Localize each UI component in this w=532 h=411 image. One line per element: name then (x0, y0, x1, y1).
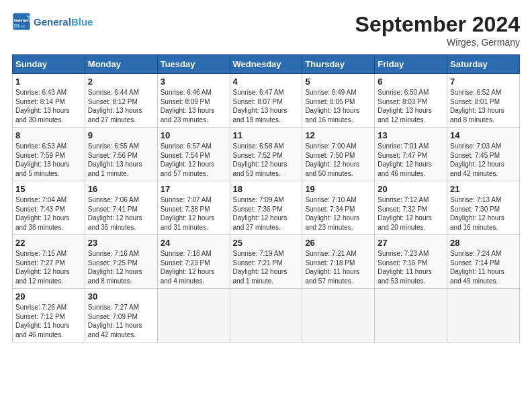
day-number: 3 (161, 77, 227, 87)
day-number: 7 (450, 77, 517, 87)
day-info: Sunrise: 7:09 AM Sunset: 7:36 PM Dayligh… (233, 195, 300, 232)
table-row: 23 Sunrise: 7:16 AM Sunset: 7:25 PM Dayl… (85, 235, 157, 289)
table-row: 25 Sunrise: 7:19 AM Sunset: 7:21 PM Dayl… (230, 235, 302, 289)
day-number: 25 (233, 238, 300, 248)
svg-text:Blue: Blue (14, 23, 26, 29)
day-info: Sunrise: 6:57 AM Sunset: 7:54 PM Dayligh… (161, 142, 227, 178)
day-info: Sunrise: 7:19 AM Sunset: 7:21 PM Dayligh… (233, 249, 300, 285)
logo: General Blue GeneralBlue (12, 12, 93, 31)
day-info: Sunrise: 7:10 AM Sunset: 7:34 PM Dayligh… (305, 195, 371, 232)
day-number: 26 (305, 238, 371, 248)
day-info: Sunrise: 7:03 AM Sunset: 7:45 PM Dayligh… (450, 142, 517, 178)
col-friday: Friday (375, 55, 447, 74)
table-row: 24 Sunrise: 7:18 AM Sunset: 7:23 PM Dayl… (157, 235, 230, 289)
day-info: Sunrise: 7:15 AM Sunset: 7:27 PM Dayligh… (15, 249, 82, 285)
calendar-week-row: 15 Sunrise: 7:04 AM Sunset: 7:43 PM Dayl… (13, 181, 520, 235)
day-number: 24 (161, 238, 227, 248)
day-info: Sunrise: 6:44 AM Sunset: 8:12 PM Dayligh… (88, 88, 154, 124)
day-info: Sunrise: 7:24 AM Sunset: 7:14 PM Dayligh… (450, 249, 517, 285)
table-row: 8 Sunrise: 6:53 AM Sunset: 7:59 PM Dayli… (13, 128, 85, 181)
table-row: 10 Sunrise: 6:57 AM Sunset: 7:54 PM Dayl… (157, 128, 230, 181)
month-title: September 2024 (355, 12, 520, 37)
table-row: 7 Sunrise: 6:52 AM Sunset: 8:01 PM Dayli… (447, 74, 520, 128)
day-number: 6 (378, 77, 444, 87)
day-info: Sunrise: 7:06 AM Sunset: 7:41 PM Dayligh… (88, 195, 154, 232)
table-row (447, 289, 520, 342)
day-number: 30 (88, 291, 154, 302)
table-row: 20 Sunrise: 7:12 AM Sunset: 7:32 PM Dayl… (375, 181, 447, 235)
day-number: 27 (378, 238, 444, 248)
col-sunday: Sunday (13, 55, 85, 74)
day-info: Sunrise: 7:21 AM Sunset: 7:18 PM Dayligh… (305, 249, 371, 285)
day-number: 29 (15, 291, 82, 302)
table-row (157, 289, 230, 342)
day-number: 17 (161, 184, 227, 194)
day-number: 21 (450, 184, 517, 194)
day-number: 8 (15, 130, 82, 140)
table-row: 9 Sunrise: 6:55 AM Sunset: 7:56 PM Dayli… (85, 128, 157, 181)
calendar-week-row: 29 Sunrise: 7:26 AM Sunset: 7:12 PM Dayl… (13, 289, 520, 342)
table-row: 2 Sunrise: 6:44 AM Sunset: 8:12 PM Dayli… (85, 74, 157, 128)
day-number: 12 (305, 130, 371, 140)
col-saturday: Saturday (447, 55, 520, 74)
day-number: 14 (450, 130, 517, 140)
calendar-week-row: 1 Sunrise: 6:43 AM Sunset: 8:14 PM Dayli… (13, 74, 520, 128)
day-number: 15 (15, 184, 82, 194)
table-row: 28 Sunrise: 7:24 AM Sunset: 7:14 PM Dayl… (447, 235, 520, 289)
table-row: 4 Sunrise: 6:47 AM Sunset: 8:07 PM Dayli… (230, 74, 302, 128)
table-row: 30 Sunrise: 7:27 AM Sunset: 7:09 PM Dayl… (85, 289, 157, 342)
table-row: 3 Sunrise: 6:46 AM Sunset: 8:09 PM Dayli… (157, 74, 230, 128)
table-row: 12 Sunrise: 7:00 AM Sunset: 7:50 PM Dayl… (302, 128, 375, 181)
day-info: Sunrise: 7:00 AM Sunset: 7:50 PM Dayligh… (305, 142, 371, 178)
col-wednesday: Wednesday (230, 55, 302, 74)
day-info: Sunrise: 7:26 AM Sunset: 7:12 PM Dayligh… (15, 303, 82, 339)
day-number: 19 (305, 184, 371, 194)
logo-text: GeneralBlue (34, 16, 93, 28)
day-number: 10 (161, 130, 227, 140)
day-info: Sunrise: 6:55 AM Sunset: 7:56 PM Dayligh… (88, 142, 154, 178)
day-number: 13 (378, 130, 444, 140)
day-number: 28 (450, 238, 517, 248)
day-info: Sunrise: 6:49 AM Sunset: 8:05 PM Dayligh… (305, 88, 371, 124)
day-info: Sunrise: 7:13 AM Sunset: 7:30 PM Dayligh… (450, 195, 517, 232)
day-number: 18 (233, 184, 300, 194)
day-info: Sunrise: 6:58 AM Sunset: 7:52 PM Dayligh… (233, 142, 300, 178)
day-number: 5 (305, 77, 371, 87)
day-info: Sunrise: 7:12 AM Sunset: 7:32 PM Dayligh… (378, 195, 444, 232)
table-row: 19 Sunrise: 7:10 AM Sunset: 7:34 PM Dayl… (302, 181, 375, 235)
day-number: 16 (88, 184, 154, 194)
table-row (230, 289, 302, 342)
day-number: 11 (233, 130, 300, 140)
col-tuesday: Tuesday (157, 55, 230, 74)
col-thursday: Thursday (302, 55, 375, 74)
table-row: 16 Sunrise: 7:06 AM Sunset: 7:41 PM Dayl… (85, 181, 157, 235)
day-info: Sunrise: 6:50 AM Sunset: 8:03 PM Dayligh… (378, 88, 444, 124)
table-row: 13 Sunrise: 7:01 AM Sunset: 7:47 PM Dayl… (375, 128, 447, 181)
calendar-week-row: 8 Sunrise: 6:53 AM Sunset: 7:59 PM Dayli… (13, 128, 520, 181)
day-number: 4 (233, 77, 300, 87)
day-info: Sunrise: 6:52 AM Sunset: 8:01 PM Dayligh… (450, 88, 517, 124)
day-info: Sunrise: 7:23 AM Sunset: 7:16 PM Dayligh… (378, 249, 444, 285)
table-row (375, 289, 447, 342)
day-info: Sunrise: 7:07 AM Sunset: 7:38 PM Dayligh… (161, 195, 227, 232)
header: General Blue GeneralBlue September 2024 … (12, 12, 520, 48)
col-monday: Monday (85, 55, 157, 74)
day-number: 2 (88, 77, 154, 87)
day-info: Sunrise: 6:43 AM Sunset: 8:14 PM Dayligh… (15, 88, 82, 124)
table-row: 27 Sunrise: 7:23 AM Sunset: 7:16 PM Dayl… (375, 235, 447, 289)
day-info: Sunrise: 7:01 AM Sunset: 7:47 PM Dayligh… (378, 142, 444, 178)
header-row: Sunday Monday Tuesday Wednesday Thursday… (13, 55, 520, 74)
day-info: Sunrise: 7:18 AM Sunset: 7:23 PM Dayligh… (161, 249, 227, 285)
day-number: 1 (15, 77, 82, 87)
table-row (302, 289, 375, 342)
day-info: Sunrise: 6:47 AM Sunset: 8:07 PM Dayligh… (233, 88, 300, 124)
day-number: 20 (378, 184, 444, 194)
table-row: 22 Sunrise: 7:15 AM Sunset: 7:27 PM Dayl… (13, 235, 85, 289)
table-row: 11 Sunrise: 6:58 AM Sunset: 7:52 PM Dayl… (230, 128, 302, 181)
table-row: 18 Sunrise: 7:09 AM Sunset: 7:36 PM Dayl… (230, 181, 302, 235)
table-row: 21 Sunrise: 7:13 AM Sunset: 7:30 PM Dayl… (447, 181, 520, 235)
table-row: 29 Sunrise: 7:26 AM Sunset: 7:12 PM Dayl… (13, 289, 85, 342)
table-row: 17 Sunrise: 7:07 AM Sunset: 7:38 PM Dayl… (157, 181, 230, 235)
calendar-week-row: 22 Sunrise: 7:15 AM Sunset: 7:27 PM Dayl… (13, 235, 520, 289)
logo-icon: General Blue (12, 12, 31, 31)
